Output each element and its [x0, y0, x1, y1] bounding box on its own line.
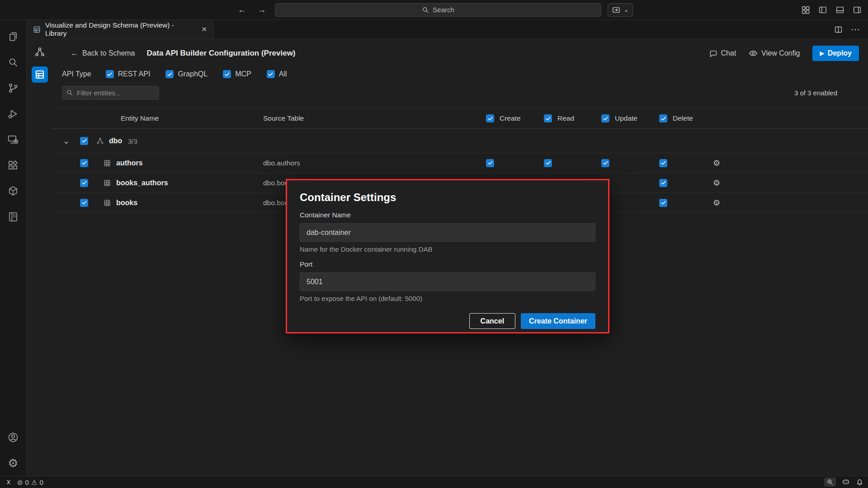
entity-name: authors: [116, 159, 143, 167]
delete-checkbox[interactable]: [659, 179, 667, 187]
row-checkbox[interactable]: [80, 199, 88, 207]
remote-explorer-icon[interactable]: [0, 127, 27, 152]
toggle-secondary-sidebar-icon[interactable]: [853, 5, 862, 14]
back-arrow-icon: ←: [71, 49, 78, 57]
search-activity-icon[interactable]: [0, 49, 27, 75]
session-picker-button[interactable]: ⌄: [608, 3, 633, 17]
dialog-title: Container Settings: [300, 191, 595, 204]
source-control-icon[interactable]: [0, 75, 27, 101]
checkbox-rest-api[interactable]: REST API: [106, 70, 151, 78]
dab-config-view-button[interactable]: [32, 66, 48, 83]
back-label: Back to Schema: [82, 49, 135, 57]
split-editor-icon[interactable]: [818, 5, 827, 14]
checkbox-graphql[interactable]: GraphQL: [165, 70, 208, 78]
table-row: authors dbo.authors ⚙: [53, 153, 868, 173]
col-entity-name: Entity Name: [121, 114, 159, 122]
tab-visualize-schema[interactable]: Visualize and Design Schema (Preview) - …: [27, 20, 214, 39]
chat-button[interactable]: Chat: [709, 49, 736, 58]
close-icon[interactable]: ✕: [201, 25, 207, 33]
delete-checkbox[interactable]: [659, 159, 667, 167]
title-bar: ← → Search ⌄: [0, 0, 868, 20]
schema-designer-tab-icon: [33, 26, 41, 33]
row-checkbox[interactable]: [80, 179, 88, 187]
search-icon: [422, 6, 429, 14]
layout-grid-icon[interactable]: [801, 5, 810, 14]
problems-indicator[interactable]: ⊘ 0 ⚠ 0: [17, 479, 43, 486]
create-container-button[interactable]: Create Container: [521, 313, 595, 329]
checkbox-checked: [267, 70, 275, 78]
nav-back-icon[interactable]: ←: [235, 5, 249, 15]
table-icon: [104, 199, 111, 206]
container-settings-dialog: Container Settings Container Name Name f…: [286, 179, 609, 333]
select-all-read-checkbox[interactable]: [544, 114, 552, 122]
filter-entities-field: [62, 86, 159, 100]
schema-group-row: ⌄ dbo 3/3: [53, 129, 868, 153]
source-table: dbo.authors: [263, 159, 300, 167]
checkbox-checked: [165, 70, 174, 78]
back-to-schema-link[interactable]: ← Back to Schema: [71, 49, 135, 57]
split-editor-action-icon[interactable]: [834, 25, 843, 34]
create-checkbox[interactable]: [486, 159, 494, 167]
warning-icon: ⚠: [31, 479, 37, 486]
row-settings-gear-icon[interactable]: ⚙: [713, 178, 720, 188]
deploy-label: Deploy: [828, 49, 852, 57]
activity-bar: ⚙: [0, 20, 27, 476]
row-settings-gear-icon[interactable]: ⚙: [713, 158, 720, 168]
container-name-input[interactable]: [300, 223, 595, 242]
zoom-icon[interactable]: [824, 478, 836, 487]
select-all-delete-checkbox[interactable]: [659, 114, 667, 122]
update-checkbox[interactable]: [601, 159, 609, 167]
editor-tab-bar: Visualize and Design Schema (Preview) - …: [27, 20, 868, 39]
row-checkbox[interactable]: [80, 159, 88, 167]
col-update: Update: [615, 114, 637, 122]
extensions-icon[interactable]: [0, 152, 27, 178]
warning-count: 0: [39, 479, 43, 486]
checkbox-all[interactable]: All: [267, 70, 287, 78]
files-icon[interactable]: [0, 23, 27, 49]
designer-mini-toolbar: [27, 39, 53, 476]
option-label: All: [279, 70, 287, 78]
view-config-button[interactable]: View Config: [749, 49, 800, 58]
database-project-icon[interactable]: [0, 204, 27, 230]
option-label: REST API: [118, 70, 151, 78]
play-icon: ▶: [820, 50, 824, 56]
checkbox-mcp[interactable]: MCP: [223, 70, 251, 78]
option-label: GraphQL: [178, 70, 208, 78]
api-type-label: API Type: [62, 70, 91, 78]
session-icon: [612, 6, 621, 14]
checkbox-checked: [106, 70, 114, 78]
page-title: Data API Builder Configuration (Preview): [147, 49, 296, 58]
cancel-button[interactable]: Cancel: [469, 313, 515, 329]
enabled-count: 3 of 3 enabled: [794, 89, 837, 97]
port-input[interactable]: [300, 272, 595, 291]
container-name-help: Name for the Docker container running DA…: [300, 245, 595, 253]
option-label: MCP: [235, 70, 251, 78]
settings-gear-icon[interactable]: ⚙: [0, 450, 27, 476]
more-actions-icon[interactable]: ⋯: [851, 24, 860, 35]
group-checkbox[interactable]: [80, 137, 88, 145]
port-help: Port to expose the API on (default: 5000…: [300, 295, 595, 302]
database-cube-icon[interactable]: [0, 178, 27, 204]
chevron-down-icon: ⌄: [623, 8, 629, 11]
nav-forward-icon[interactable]: →: [255, 5, 269, 15]
toggle-panel-icon[interactable]: [835, 5, 844, 14]
row-settings-gear-icon[interactable]: ⚙: [713, 198, 720, 208]
select-all-create-checkbox[interactable]: [486, 114, 494, 122]
command-center-search[interactable]: Search: [275, 3, 601, 17]
read-checkbox[interactable]: [544, 159, 552, 167]
schema-graph-view-button[interactable]: [32, 44, 48, 60]
table-icon: [104, 160, 111, 167]
port-label: Port: [300, 260, 595, 268]
select-all-update-checkbox[interactable]: [601, 114, 609, 122]
delete-checkbox[interactable]: [659, 199, 667, 207]
filter-entities-input[interactable]: [62, 86, 159, 100]
copilot-icon[interactable]: [842, 478, 850, 486]
collapse-chevron-icon[interactable]: ⌄: [63, 136, 70, 146]
account-icon[interactable]: [0, 424, 27, 450]
col-source-table: Source Table: [263, 114, 304, 122]
bell-icon[interactable]: [856, 479, 863, 486]
remote-icon[interactable]: [5, 479, 12, 486]
table-icon: [104, 179, 111, 187]
run-debug-icon[interactable]: [0, 101, 27, 127]
deploy-button[interactable]: ▶ Deploy: [812, 46, 859, 61]
